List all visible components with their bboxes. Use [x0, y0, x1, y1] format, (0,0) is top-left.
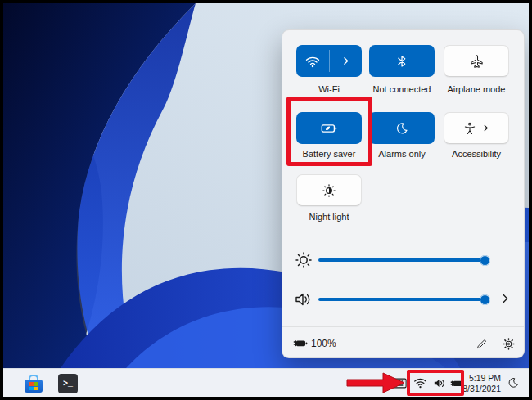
- pencil-icon: [475, 337, 489, 351]
- taskbar: >_ 5:19 PM: [3, 368, 529, 397]
- terminal-icon: >_: [58, 374, 78, 393]
- airplane-mode-tile[interactable]: [444, 45, 509, 77]
- accessibility-person-icon: [462, 121, 477, 136]
- alarms-only-label: Alarms only: [363, 149, 441, 160]
- alarms-only-tile[interactable]: [369, 112, 435, 144]
- tray-volume-icon[interactable]: [432, 376, 446, 390]
- brightness-slider[interactable]: [318, 258, 489, 262]
- wifi-icon: [304, 53, 321, 70]
- bluetooth-label: Not connected: [363, 84, 441, 95]
- night-light-label: Night light: [290, 212, 368, 222]
- edit-quick-settings-button[interactable]: [471, 333, 492, 354]
- quick-settings-panel: Wi-Fi Not connected Airplane mode Batter…: [282, 29, 525, 358]
- brightness-slider-handle[interactable]: [480, 255, 490, 266]
- screenshot-frame: Wi-Fi Not connected Airplane mode Batter…: [0, 0, 532, 400]
- night-light-tile[interactable]: [296, 174, 362, 206]
- night-light-icon: [321, 182, 337, 199]
- all-settings-button[interactable]: [498, 333, 519, 354]
- taskbar-app-terminal[interactable]: >_: [58, 374, 78, 393]
- accessibility-label: Accessibility: [437, 149, 516, 160]
- windows-logo-icon: [29, 382, 38, 390]
- volume-slider-handle[interactable]: [480, 294, 490, 305]
- wifi-tile[interactable]: [296, 45, 362, 77]
- wifi-toggle[interactable]: [296, 45, 329, 77]
- clock-time: 5:19 PM: [455, 373, 501, 384]
- airplane-mode-label: Airplane mode: [437, 84, 516, 95]
- volume-icon: [293, 290, 313, 309]
- battery-saver-label: Battery saver: [290, 149, 368, 160]
- battery-percentage: 100%: [311, 338, 336, 349]
- accessibility-tile[interactable]: [444, 112, 509, 144]
- quick-settings-footer-divider: [282, 326, 524, 327]
- clock-date: 8/31/2021: [455, 384, 501, 394]
- gear-icon: [502, 337, 516, 351]
- touch-keyboard-icon[interactable]: [392, 378, 407, 389]
- focus-assist-moon-icon[interactable]: [507, 376, 520, 389]
- battery-saver-tile[interactable]: [296, 112, 362, 144]
- volume-slider[interactable]: [318, 298, 489, 301]
- chevron-right-icon: [340, 56, 351, 66]
- chevron-right-icon: [481, 124, 490, 133]
- battery-saver-icon: [320, 119, 338, 137]
- bluetooth-icon: [394, 54, 409, 69]
- tray-wifi-icon[interactable]: [413, 377, 427, 389]
- moon-icon: [394, 121, 409, 136]
- airplane-icon: [469, 53, 485, 69]
- wifi-expand-chevron[interactable]: [330, 45, 363, 77]
- terminal-glyph: >_: [63, 380, 73, 389]
- brightness-icon: [294, 250, 313, 270]
- wifi-label: Wi-Fi: [290, 84, 368, 95]
- bluetooth-tile[interactable]: [369, 45, 435, 77]
- taskbar-app-store[interactable]: [24, 374, 43, 393]
- battery-charging-icon: [293, 337, 309, 350]
- desktop: Wi-Fi Not connected Airplane mode Batter…: [3, 3, 529, 397]
- taskbar-clock[interactable]: 5:19 PM 8/31/2021: [455, 373, 501, 393]
- volume-output-chevron[interactable]: [498, 292, 512, 305]
